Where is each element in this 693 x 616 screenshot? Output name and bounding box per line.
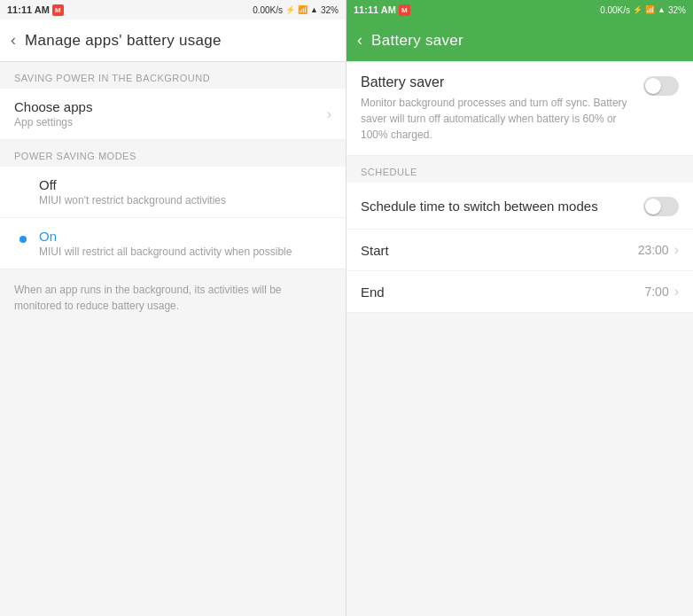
- schedule-toggle-label: Schedule time to switch between modes: [361, 199, 643, 214]
- left-status-time-group: 11:11 AM M: [7, 4, 64, 16]
- right-time: 11:11 AM: [354, 4, 396, 15]
- end-label: End: [361, 285, 644, 300]
- start-item[interactable]: Start 23:00 ›: [346, 230, 693, 271]
- schedule-toggle[interactable]: [643, 197, 679, 216]
- right-network-speed: 0.00K/s: [600, 5, 630, 15]
- end-value: 7:00: [644, 285, 668, 299]
- right-status-icons: 0.00K/s ⚡ 📶 ▲ 32%: [600, 5, 686, 15]
- on-radio-dot: [19, 236, 27, 243]
- right-back-button[interactable]: ‹: [357, 31, 362, 50]
- schedule-toggle-item[interactable]: Schedule time to switch between modes: [346, 183, 693, 230]
- left-status-icons: 0.00K/s ⚡ 📶 ▲ 32%: [253, 5, 339, 15]
- right-page-title: Battery saver: [371, 32, 463, 50]
- left-miui-icon: M: [52, 4, 64, 16]
- left-battery: 32%: [321, 5, 339, 15]
- end-item[interactable]: End 7:00 ›: [346, 271, 693, 313]
- modes-section-header: POWER SAVING MODES: [0, 140, 346, 167]
- off-content: Off MIUI won't restrict background activ…: [39, 177, 331, 207]
- left-panel: 11:11 AM M 0.00K/s ⚡ 📶 ▲ 32% ‹ Manage ap…: [0, 0, 346, 616]
- saving-section-header: SAVING POWER IN THE BACKGROUND: [0, 62, 346, 89]
- right-panel: 11:11 AM M 0.00K/s ⚡ 📶 ▲ 32% ‹ Battery s…: [346, 0, 693, 616]
- left-back-button[interactable]: ‹: [11, 31, 16, 50]
- left-title-bar: ‹ Manage apps' battery usage: [0, 19, 346, 62]
- choose-apps-content: Choose apps App settings: [14, 99, 327, 129]
- right-wifi-icon: ▲: [658, 5, 666, 14]
- left-network-speed: 0.00K/s: [253, 5, 283, 15]
- on-content: On MIUI will restrict all background act…: [39, 229, 331, 258]
- left-page-title: Manage apps' battery usage: [25, 32, 222, 50]
- right-miui-icon: M: [399, 4, 410, 16]
- signal-icon: 📶: [298, 5, 308, 14]
- bluetooth-icon: ⚡: [285, 5, 295, 14]
- wifi-icon: ▲: [310, 5, 318, 14]
- start-value: 23:00: [638, 243, 669, 257]
- on-subtitle: MIUI will restrict all background activi…: [39, 246, 331, 258]
- right-battery: 32%: [668, 5, 686, 15]
- choose-apps-subtitle: App settings: [14, 116, 327, 129]
- on-option[interactable]: On MIUI will restrict all background act…: [0, 218, 346, 269]
- right-bluetooth-icon: ⚡: [633, 5, 642, 14]
- info-text: When an app runs in the background, its …: [0, 269, 346, 326]
- battery-saver-title: Battery saver: [361, 74, 633, 90]
- off-title: Off: [39, 177, 331, 192]
- battery-saver-item[interactable]: Battery saver Monitor background process…: [346, 62, 693, 156]
- on-radio-icon: [14, 230, 32, 248]
- left-status-bar: 11:11 AM M 0.00K/s ⚡ 📶 ▲ 32%: [0, 0, 346, 19]
- off-radio-icon: [14, 179, 32, 197]
- off-subtitle: MIUI won't restrict background activitie…: [39, 194, 331, 207]
- right-signal-icon: 📶: [645, 5, 655, 14]
- off-option[interactable]: Off MIUI won't restrict background activ…: [0, 167, 346, 218]
- start-chevron: ›: [674, 242, 679, 258]
- right-status-time-group: 11:11 AM M: [354, 4, 410, 16]
- right-title-bar: ‹ Battery saver: [346, 19, 693, 62]
- battery-saver-content: Battery saver Monitor background process…: [361, 74, 643, 143]
- end-chevron: ›: [674, 284, 679, 300]
- battery-saver-desc: Monitor background processes and turn of…: [361, 95, 633, 143]
- choose-apps-chevron: ›: [327, 106, 331, 122]
- left-time: 11:11 AM: [7, 4, 50, 15]
- right-status-bar: 11:11 AM M 0.00K/s ⚡ 📶 ▲ 32%: [346, 0, 693, 19]
- battery-saver-toggle[interactable]: [643, 76, 679, 96]
- start-label: Start: [361, 243, 638, 258]
- choose-apps-title: Choose apps: [14, 99, 327, 114]
- schedule-section-header: SCHEDULE: [346, 156, 693, 183]
- choose-apps-item[interactable]: Choose apps App settings ›: [0, 89, 346, 140]
- on-title: On: [39, 229, 331, 244]
